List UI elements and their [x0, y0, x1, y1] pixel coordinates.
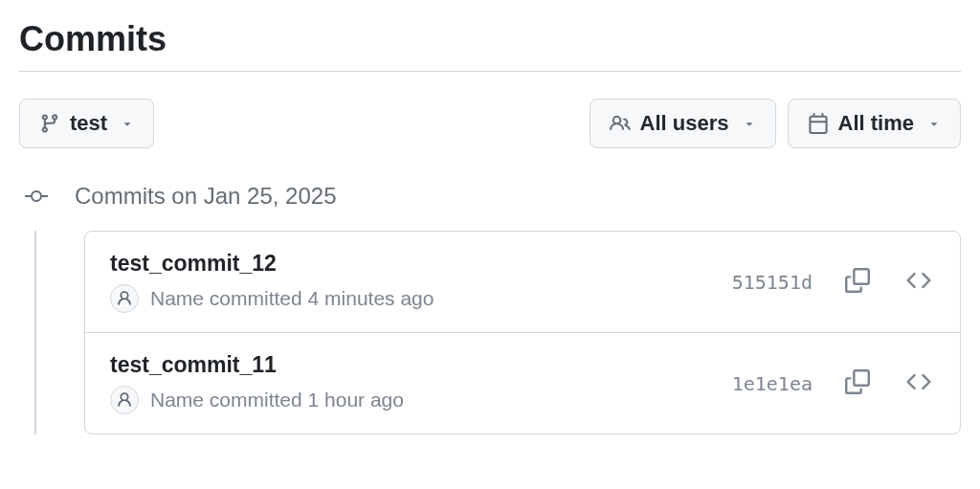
users-label: All users	[640, 111, 729, 136]
commit-item: test_commit_11 Name committed 1 hour ago…	[85, 333, 960, 433]
commit-title[interactable]: test_commit_11	[110, 352, 732, 378]
commits-list: test_commit_12 Name committed 4 minutes …	[84, 231, 961, 434]
avatar[interactable]	[110, 284, 139, 313]
branch-label: test	[70, 111, 107, 136]
commit-title[interactable]: test_commit_12	[110, 251, 732, 277]
code-icon	[906, 268, 931, 296]
browse-repo-button[interactable]	[902, 264, 935, 300]
commit-sha[interactable]: 1e1e1ea	[732, 372, 813, 395]
calendar-icon	[808, 113, 829, 134]
browse-repo-button[interactable]	[902, 366, 935, 401]
page-title: Commits	[19, 19, 961, 72]
copy-icon	[845, 369, 870, 397]
branch-selector-button[interactable]: test	[19, 99, 154, 148]
avatar[interactable]	[110, 386, 139, 414]
copy-sha-button[interactable]	[841, 264, 874, 300]
caret-down-icon	[743, 117, 756, 130]
timeline-vertical-line	[34, 231, 36, 434]
code-icon	[906, 369, 931, 397]
users-icon	[610, 113, 631, 134]
commits-list-wrapper: test_commit_12 Name committed 4 minutes …	[19, 231, 961, 434]
time-filter-button[interactable]: All time	[788, 99, 961, 148]
filters-row: test All users All time	[19, 99, 961, 148]
commit-byline: Name committed 4 minutes ago	[150, 287, 434, 310]
time-label: All time	[838, 111, 914, 136]
users-filter-button[interactable]: All users	[590, 99, 776, 148]
date-heading: Commits on Jan 25, 2025	[75, 183, 336, 210]
commit-item: test_commit_12 Name committed 4 minutes …	[85, 232, 960, 333]
copy-icon	[845, 268, 870, 296]
timeline-date-row: Commits on Jan 25, 2025	[19, 183, 961, 210]
caret-down-icon	[121, 117, 134, 130]
commit-sha[interactable]: 515151d	[732, 271, 813, 294]
git-branch-icon	[39, 113, 60, 134]
copy-sha-button[interactable]	[841, 366, 874, 401]
svg-point-1	[32, 191, 41, 201]
caret-down-icon	[927, 117, 941, 130]
commit-node-icon	[25, 187, 48, 206]
commit-byline: Name committed 1 hour ago	[150, 389, 404, 411]
